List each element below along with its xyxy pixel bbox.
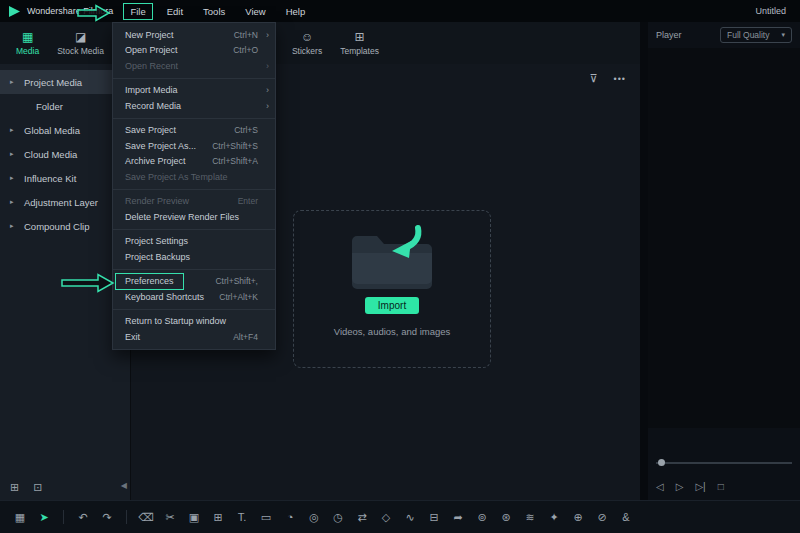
sidebar-item-global-media[interactable]: ▸ Global Media [0,118,130,142]
menu-file[interactable]: File [123,3,152,20]
quality-dropdown[interactable]: Full Quality ▾ [720,27,792,43]
file-menu-item[interactable] [113,78,275,79]
media-region: ▦ Media ◪ Stock Media ♪ A ☺ Stickers ⊞ T… [0,22,640,500]
submenu-arrow-icon: › [261,30,269,40]
collapse-panel-icon[interactable]: ◀ [121,481,127,490]
text-icon[interactable]: T. [230,511,254,523]
media-tabstrip: ▦ Media ◪ Stock Media ♪ A ☺ Stickers ⊞ T… [0,22,640,64]
menu-item-record-media[interactable]: Record Media › [113,98,275,114]
expand-arrow-icon: ▸ [10,126,17,134]
preview-viewport [648,48,800,428]
sidebar-footer: ⊞⊡ [10,481,42,494]
undo-icon[interactable]: ↶ [71,511,95,524]
tab-media[interactable]: ▦ Media [16,31,39,56]
menu-item-keyboard-shortcuts[interactable]: Keyboard Shortcuts Ctrl+Alt+K [113,289,275,305]
export-frame-icon[interactable]: ➦ [446,511,470,524]
chevron-down-icon: ▾ [781,31,785,39]
prev-frame-icon[interactable]: ◁ [656,481,664,492]
denoise-icon[interactable]: ≋ [518,511,542,524]
menu-view[interactable]: View [235,3,275,20]
transform-icon[interactable]: ⊞ [206,511,230,524]
select-tool-icon[interactable]: ➤ [32,511,56,524]
speed-icon[interactable]: ◔ [278,511,302,523]
shape-icon[interactable]: ▭ [254,511,278,524]
split-icon[interactable]: ✂ [158,511,182,524]
next-frame-icon[interactable]: ▷| [695,481,705,492]
menu-item-new-project[interactable]: New Project Ctrl+N › [113,27,275,43]
menu-item-return-to-startup[interactable]: Return to Startup window [113,314,275,330]
tab-stock-media[interactable]: ◪ Stock Media [57,31,104,56]
media-icon: ▦ [22,31,33,44]
media-panel-body: ▸ Project Media Folder ▸ Global Media ▸ … [0,64,640,500]
scrubber-track[interactable] [656,462,792,464]
audio-graph-icon[interactable]: ∿ [398,511,422,524]
chroma-key-icon[interactable]: ◎ [302,511,326,524]
menu-item-archive-project[interactable]: Archive Project Ctrl+Shift+A [113,154,275,170]
sidebar-item-cloud-media[interactable]: ▸ Cloud Media [0,142,130,166]
menubar-items: FileEditToolsViewHelp [119,3,315,20]
project-title: Untitled [755,6,786,16]
sidebar-item-folder[interactable]: Folder [0,94,130,118]
toolbar-icon[interactable] [63,510,64,524]
menu-tools[interactable]: Tools [193,3,235,20]
masking-icon[interactable]: ⊘ [590,511,614,524]
transition-icon[interactable]: ⇄ [350,511,374,524]
menu-item-open-project[interactable]: Open Project Ctrl+O [113,43,275,59]
player-header: Player Full Quality ▾ [648,22,800,48]
mixer-icon[interactable]: & [614,511,638,523]
record-icon[interactable]: ⊛ [494,511,518,524]
toolbar-icon[interactable] [126,510,127,524]
menu-item-exit[interactable]: Exit Alt+F4 [113,329,275,345]
file-menu-item[interactable] [113,269,275,270]
motion-tracking-icon[interactable]: ⊕ [566,511,590,524]
import-folder-icon [346,223,438,295]
filmora-window: Wondershare Filmora FileEditToolsViewHel… [0,0,800,533]
menu-item-project-backups[interactable]: Project Backups [113,249,275,265]
expand-arrow-icon: ▸ [10,198,17,206]
import-small-icon[interactable]: ⊞ [10,481,19,494]
keyframe-icon[interactable]: ◇ [374,511,398,524]
menu-item-save-project-as[interactable]: Save Project As... Ctrl+Shift+S [113,138,275,154]
import-button[interactable]: Import [365,297,419,314]
menu-item-render-preview[interactable]: Render Preview Enter [113,194,275,210]
voiceover-icon[interactable]: ⊚ [470,511,494,524]
sidebar-item-project-media[interactable]: ▸ Project Media [0,70,130,94]
submenu-arrow-icon: › [261,61,269,71]
marker-icon[interactable]: ⊟ [422,511,446,524]
sidebar-item-adjustment-layer[interactable]: ▸ Adjustment Layer [0,190,130,214]
effects-icon[interactable]: ✦ [542,511,566,524]
menu-item-preferences[interactable]: Preferences Ctrl+Shift+, [113,274,275,290]
file-menu-item[interactable] [113,189,275,190]
playhead-scrubber[interactable] [656,458,792,468]
menu-item-save-project-as-template[interactable]: Save Project As Template [113,169,275,185]
more-icon[interactable]: ••• [614,74,626,84]
file-menu-item[interactable] [113,229,275,230]
stickers-icon: ☺ [301,31,313,44]
file-menu-dropdown: New Project Ctrl+N › Open Project Ctrl+O… [112,22,276,350]
import-dropzone[interactable]: Import Videos, audios, and images [293,210,491,368]
crop-icon[interactable]: ▣ [182,511,206,524]
timer-icon[interactable]: ◷ [326,511,350,524]
delete-icon[interactable]: ⌫ [134,511,158,524]
stop-icon[interactable]: □ [718,481,724,492]
filter-icon[interactable]: ⊽ [589,72,597,85]
sidebar-item-compound-clip[interactable]: ▸ Compound Clip [0,214,130,238]
media-browser-icon[interactable]: ▦ [8,511,32,524]
menu-item-open-recent[interactable]: Open Recent › [113,58,275,74]
sidebar-item-influence-kit[interactable]: ▸ Influence Kit [0,166,130,190]
scrubber-handle[interactable] [658,459,665,466]
menu-item-save-project[interactable]: Save Project Ctrl+S [113,123,275,139]
menu-edit[interactable]: Edit [157,3,193,20]
menu-help[interactable]: Help [276,3,316,20]
file-menu-item[interactable] [113,309,275,310]
menu-item-import-media[interactable]: Import Media › [113,83,275,99]
play-icon[interactable]: ▷ [676,481,684,492]
redo-icon[interactable]: ↷ [95,511,119,524]
player-panel: Player Full Quality ▾ ◁▷▷|□ [648,22,800,500]
tab-stickers[interactable]: ☺ Stickers [292,31,322,56]
file-menu-item[interactable] [113,118,275,119]
tab-templates[interactable]: ⊞ Templates [340,31,379,56]
menu-item-delete-preview-render-files[interactable]: Delete Preview Render Files [113,209,275,225]
menu-item-project-settings[interactable]: Project Settings [113,234,275,250]
new-folder-icon[interactable]: ⊡ [33,481,42,494]
